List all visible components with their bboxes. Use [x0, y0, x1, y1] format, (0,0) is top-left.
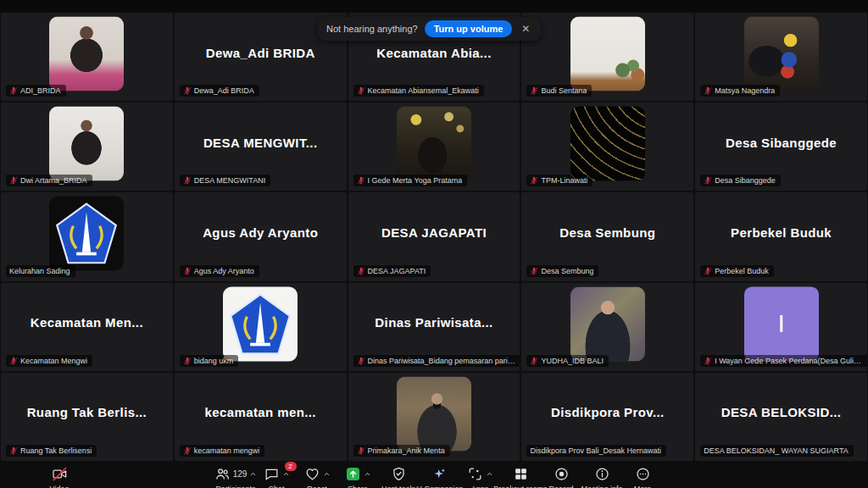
participant-avatar [223, 286, 298, 361]
participant-name-label: I Wayan Gede Pasek Perdana(Desa Gulingan… [715, 357, 865, 365]
record-icon [554, 466, 570, 482]
participant-avatar [397, 107, 471, 181]
host-tools-button[interactable]: Host tools [378, 465, 419, 488]
participant-tile[interactable]: Budi Sentana [521, 13, 693, 101]
participant-name-label: Matsya Nagendra [715, 86, 775, 95]
breakout-rooms-button[interactable]: Breakout rooms [500, 465, 541, 488]
participant-name-label: Kelurahan Sading [9, 267, 70, 275]
participant-tile[interactable]: YUDHA_IDB BALI [521, 283, 693, 371]
chevron-up-icon[interactable] [323, 470, 331, 478]
video-button[interactable]: Video [39, 465, 80, 488]
participant-name-tag: bidang ukm [180, 355, 239, 367]
participant-count: 129 [233, 469, 248, 479]
participant-tile[interactable]: I Gede Merta Yoga Pratama [348, 103, 520, 191]
mic-muted-icon [357, 267, 365, 275]
toolbar-button-label: Meeting info [581, 485, 622, 488]
participant-display-name: Ruang Tak Berlis... [1, 373, 173, 452]
participant-name-tag: Desa Sibanggede [700, 175, 781, 186]
participant-display-name: Desa Sibanggede [695, 103, 867, 182]
toolbar-button-label: Share [348, 485, 368, 488]
participant-name-tag: Ruang Tak Berlisensi [6, 445, 97, 457]
mic-muted-icon [530, 176, 538, 185]
participant-tile[interactable]: Desa Sembung Desa Sembung [521, 192, 693, 280]
participant-name-tag: Budi Sentana [526, 85, 592, 97]
more-button[interactable]: More [622, 465, 663, 488]
mic-muted-icon [704, 86, 712, 95]
participant-name-tag: TPM-Linawati [526, 175, 593, 186]
participant-tile[interactable]: ADI_BRIDA [1, 13, 173, 101]
mic-muted-icon [530, 357, 538, 365]
chevron-up-icon[interactable] [364, 470, 371, 478]
participant-name-tag: Kecamatan Abiansemal_Ekawati [353, 85, 484, 97]
participant-name-label: I Gede Merta Yoga Pratama [368, 176, 463, 185]
participant-tile[interactable]: Perbekel Buduk Perbekel Buduk [695, 192, 867, 280]
participant-name-tag: Desa Sembung [526, 265, 598, 277]
participant-tile[interactable]: Agus Ady Aryanto Agus Ady Aryanto [175, 192, 347, 280]
participant-display-name: Perbekel Buduk [695, 192, 867, 272]
participant-tile[interactable]: TPM-Linawati [521, 103, 693, 191]
more-icon [635, 466, 651, 482]
participant-display-name: DESA BELOKSID... [695, 373, 867, 452]
chevron-up-icon[interactable] [486, 470, 493, 478]
participant-tile[interactable]: Kelurahan Sading [1, 192, 173, 280]
record-button[interactable]: Record [541, 465, 581, 488]
turn-up-volume-button[interactable]: Turn up volume [425, 20, 513, 37]
participant-name-label: Kecamatan Abiansemal_Ekawati [368, 86, 479, 95]
participant-name-label: DESA BELOKSIDAN_ WAYAN SUGIARTA [704, 446, 849, 455]
mic-muted-icon [357, 446, 365, 455]
info-icon [594, 466, 610, 482]
participant-tile[interactable]: Disdikpora Prov... Disdikpora Prov Bali_… [521, 373, 693, 461]
ai-companion-button[interactable]: AI Companion [419, 465, 459, 488]
participant-name-label: ADI_BRIDA [20, 86, 61, 95]
participant-tile[interactable]: Dinas Pariwisata... Dinas Pariwisata_Bid… [348, 283, 520, 371]
regency-crest-logo [55, 202, 118, 265]
share-button[interactable]: Share [337, 465, 378, 488]
participant-tile[interactable]: DESA MENGWIT... DESA MENGWITANI [175, 103, 347, 191]
participant-display-name: DESA MENGWIT... [175, 103, 347, 182]
participant-grid: ADI_BRIDA Dewa_Adi BRIDA Dewa_Adi BRIDA [0, 12, 868, 462]
participant-avatar [49, 107, 124, 181]
participant-name-label: DESA JAGAPATI [368, 267, 426, 275]
toolbar-button-label: Video [50, 485, 70, 488]
participant-name-label: Budi Sentana [541, 86, 587, 95]
toolbar-button-label: Participants [215, 485, 255, 488]
participant-name-tag: I Wayan Gede Pasek Perdana(Desa Gulingan… [700, 355, 867, 367]
participant-name-label: kecamatan mengwi [194, 446, 260, 455]
react-button[interactable]: React [297, 465, 337, 488]
participant-tile[interactable]: I I Wayan Gede Pasek Perdana(Desa Guling… [695, 283, 867, 371]
participant-display-name: kecamatan men... [175, 373, 347, 452]
participant-tile[interactable]: Desa Sibanggede Desa Sibanggede [695, 103, 867, 191]
participant-tile[interactable]: bidang ukm [175, 283, 347, 371]
participant-avatar [570, 17, 645, 92]
participant-tile[interactable]: DESA JAGAPATI DESA JAGAPATI [348, 192, 520, 280]
video-off-icon [52, 466, 68, 482]
participant-tile[interactable]: Matsya Nagendra [695, 13, 867, 101]
participant-name-label: Perbekel Buduk [715, 267, 769, 275]
participant-avatar [570, 107, 645, 181]
participant-name-label: Ruang Tak Berlisensi [20, 446, 92, 455]
meeting-info-button[interactable]: Meeting info [581, 465, 622, 488]
unread-badge: 2 [285, 462, 297, 471]
mic-muted-icon [9, 86, 18, 95]
toolbar-button-label: Host tools [381, 485, 415, 488]
chat-button[interactable]: 2 Chat [256, 465, 297, 488]
participant-display-name: Dinas Pariwisata... [348, 283, 520, 363]
participant-avatar [570, 286, 645, 361]
participants-button[interactable]: 129 Participants [215, 465, 256, 488]
participant-tile[interactable]: Primakara_Anik Menta [348, 373, 520, 461]
participant-name-label: Desa Sibanggede [715, 176, 776, 185]
participant-tile[interactable]: Ruang Tak Berlis... Ruang Tak Berlisensi [1, 373, 173, 461]
participant-tile[interactable]: Kecamatan Men... Kecamatan Mengwi [1, 283, 173, 371]
participant-name-tag: DESA MENGWITANI [180, 175, 270, 186]
close-icon[interactable]: ✕ [519, 22, 532, 36]
participant-tile[interactable]: Dwi Artama_BRIDA [1, 103, 173, 191]
mic-muted-icon [183, 86, 192, 95]
chat-icon [264, 466, 280, 482]
regency-crest-logo [229, 292, 292, 355]
mic-muted-icon [9, 176, 18, 185]
participant-display-name: DESA JAGAPATI [348, 192, 520, 272]
participant-tile[interactable]: kecamatan men... kecamatan mengwi [175, 373, 347, 461]
participant-avatar [49, 197, 124, 271]
participant-tile[interactable]: DESA BELOKSID... DESA BELOKSIDAN_ WAYAN … [695, 373, 867, 461]
participant-name-label: bidang ukm [194, 357, 234, 365]
